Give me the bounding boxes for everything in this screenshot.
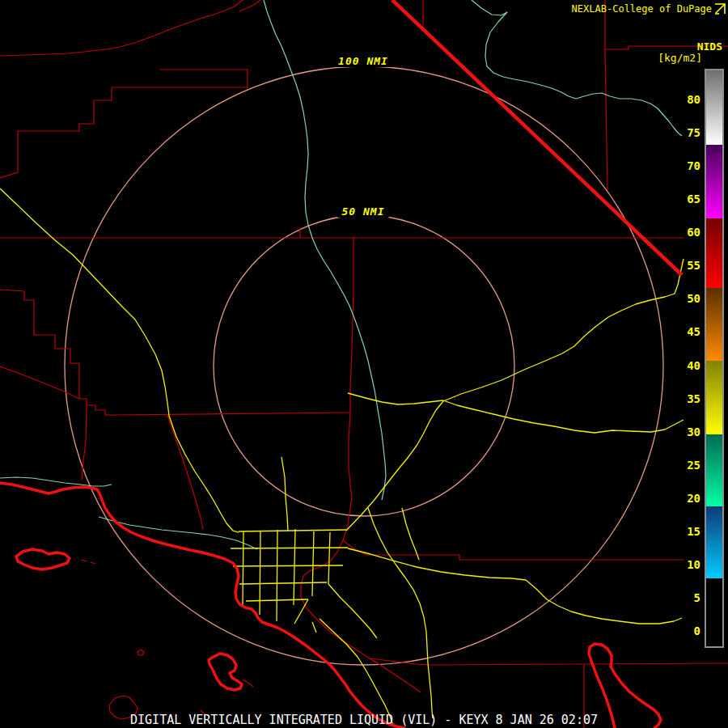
- range-ring-50nmi: [214, 215, 514, 516]
- coastline: [0, 483, 404, 728]
- freeway-grid: [231, 529, 377, 638]
- inner-range-ring-label: 50 NMI: [338, 205, 389, 218]
- rivers: [0, 0, 682, 549]
- dupage-logo-icon: [714, 3, 726, 15]
- scale-system-label: NIDS: [697, 40, 722, 53]
- island-catalina: [209, 654, 242, 690]
- map-canvas: [0, 0, 728, 728]
- scale-units-label: [kg/m2]: [658, 52, 702, 64]
- island-anacapa: [81, 560, 95, 564]
- range-ring-100nmi: [65, 66, 663, 665]
- island-santa-barbara: [138, 650, 144, 655]
- thick-red-features: [0, 0, 682, 728]
- river-santa-clara: [99, 517, 257, 549]
- brand-text: NEXLAB-College of DuPage: [572, 3, 712, 15]
- island-catalina-tail: [243, 679, 253, 687]
- island-santa-cruz: [16, 549, 70, 569]
- islands-thin: [81, 560, 253, 719]
- highways: [0, 188, 684, 726]
- product-title: DIGITAL VERTICALLY INTEGRATED LIQUID (VI…: [0, 713, 728, 727]
- range-rings: [65, 66, 663, 665]
- county-boundaries: [0, 0, 728, 728]
- colorbar-gradient: [706, 70, 722, 646]
- outer-range-ring-label: 100 NMI: [334, 55, 392, 67]
- radar-viewport: 100 NMI 50 NMI NEXLAB-College of DuPage …: [0, 0, 728, 728]
- colorbar: [705, 69, 724, 648]
- river-northeast: [472, 0, 682, 136]
- river-mojave: [264, 0, 386, 500]
